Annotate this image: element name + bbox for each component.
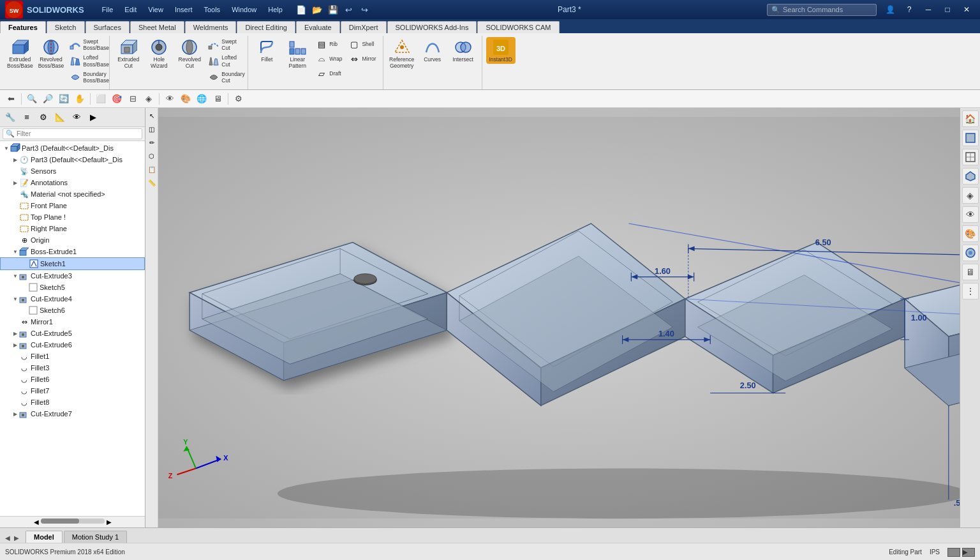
view-more-button[interactable]: ⋮: [962, 283, 979, 299]
select-tool-btn[interactable]: ↖: [147, 110, 156, 121]
section-view-button[interactable]: ⊟: [126, 92, 140, 106]
menu-edit[interactable]: Edit: [119, 4, 142, 15]
rotate-view-button[interactable]: 🔄: [57, 92, 71, 106]
tree-item-mirror1[interactable]: ▶ ⇔ Mirror1: [0, 316, 145, 328]
property-manager-button[interactable]: ≡: [19, 110, 34, 125]
tree-item-history[interactable]: ▶ 🕐 Part3 (Default<<Default>_Dis: [0, 154, 145, 165]
tree-arrow-boss-extrude1[interactable]: ▼: [11, 248, 19, 255]
tab-sketch[interactable]: Sketch: [47, 21, 85, 33]
back-button[interactable]: ⬅: [4, 92, 18, 106]
measure-btn[interactable]: 📏: [146, 178, 158, 188]
tab-evaluate[interactable]: Evaluate: [296, 21, 340, 33]
scroll-left-btn[interactable]: ◀: [34, 518, 39, 526]
tree-arrow-annotations[interactable]: ▶: [11, 179, 19, 186]
sketch-tool-btn[interactable]: ✏: [147, 137, 156, 148]
lofted-cut-button[interactable]: Lofted Cut: [205, 53, 244, 68]
boundary-boss-button[interactable]: Boundary Boss/Base: [67, 70, 105, 85]
standard-views-button[interactable]: ⬜: [94, 92, 108, 106]
view-display-style-button[interactable]: ◈: [962, 187, 979, 204]
zoom-in-button[interactable]: 🔎: [41, 92, 55, 106]
tree-item-cut-extrude3[interactable]: ▼ Cut-Extrude3: [0, 270, 145, 282]
rib-button[interactable]: ▤ Rib: [313, 37, 345, 51]
tree-item-part3[interactable]: ▼ Part3 (Default<<Default>_Dis: [0, 142, 145, 154]
curves-button[interactable]: Curves: [418, 37, 447, 64]
lofted-boss-button[interactable]: Lofted Boss/Base: [67, 53, 105, 68]
shell-button[interactable]: ▢ Shell: [346, 37, 378, 51]
save-button[interactable]: 💾: [326, 3, 340, 17]
menu-insert[interactable]: Insert: [170, 4, 198, 15]
draft-button[interactable]: ▱ Draft: [313, 66, 345, 80]
menu-file[interactable]: File: [97, 4, 119, 15]
reference-geometry-button[interactable]: ReferenceGeometry: [387, 37, 417, 70]
tree-arrow-cut-extrude7[interactable]: ▶: [11, 410, 19, 418]
redo-button[interactable]: ↪: [358, 3, 372, 17]
view-zoom-to-fit-button[interactable]: [962, 149, 979, 165]
tree-arrow-cut-extrude4[interactable]: ▼: [11, 295, 19, 303]
minimize-button[interactable]: ─: [920, 3, 937, 16]
zoom-to-fit-button[interactable]: 🔍: [25, 92, 39, 106]
tab-sheet-metal[interactable]: Sheet Metal: [130, 21, 184, 33]
revolved-boss-button[interactable]: RevolvedBoss/Base: [36, 37, 66, 70]
view-realview-button[interactable]: [962, 245, 979, 261]
tab-solidworks-cam[interactable]: SOLIDWORKS CAM: [477, 21, 559, 33]
undo-button[interactable]: ↩: [342, 3, 356, 17]
pan-button[interactable]: ✋: [73, 92, 87, 106]
record-button[interactable]: [947, 548, 960, 557]
new-file-button[interactable]: 📄: [294, 3, 308, 17]
tree-item-fillet8[interactable]: ▶ ◡ Fillet8: [0, 397, 145, 408]
boundary-cut-button[interactable]: Boundary Cut: [205, 70, 244, 85]
tree-item-sketch6[interactable]: ▶ Sketch6: [0, 305, 145, 316]
tree-item-boss-extrude1[interactable]: ▼ Boss-Extrude1: [0, 246, 145, 257]
tree-arrow-cut-extrude6[interactable]: ▶: [11, 341, 19, 349]
tree-item-fillet1[interactable]: ▶ ◡ Fillet1: [0, 351, 145, 362]
tree-arrow-cut-extrude3[interactable]: ▼: [11, 272, 19, 280]
appearance-button[interactable]: 🎨: [179, 92, 193, 106]
dimxpert-manager-button[interactable]: 📐: [52, 110, 68, 125]
feature-manager-button[interactable]: 🔧: [3, 110, 18, 125]
extruded-cut-button[interactable]: ExtrudedCut: [114, 37, 143, 70]
scroll-right-btn[interactable]: ▶: [107, 518, 112, 526]
tab-surfaces[interactable]: Surfaces: [85, 21, 130, 33]
linear-pattern-button[interactable]: LinearPattern: [283, 37, 312, 70]
view-hide-show-button[interactable]: 👁: [962, 206, 979, 223]
restore-button[interactable]: □: [939, 3, 956, 16]
tab-motion-study[interactable]: Motion Study 1: [64, 531, 127, 543]
help-button[interactable]: ?: [901, 3, 917, 16]
search-input[interactable]: [783, 6, 872, 13]
tab-weldments[interactable]: Weldments: [185, 21, 237, 33]
filter-input[interactable]: [17, 130, 139, 137]
tree-item-sensors[interactable]: ▶ 📡 Sensors: [0, 165, 145, 177]
tree-item-cut-extrude6[interactable]: ▶ Cut-Extrude6: [0, 339, 145, 351]
more-btn[interactable]: ▶: [85, 110, 101, 125]
menu-help[interactable]: Help: [263, 4, 288, 15]
smart-dimension-btn[interactable]: ◫: [147, 124, 156, 135]
tree-item-right-plane[interactable]: ▶ Right Plane: [0, 223, 145, 234]
tree-item-annotations[interactable]: ▶ 📝 Annotations: [0, 177, 145, 188]
menu-view[interactable]: View: [143, 4, 168, 15]
revolved-cut-button[interactable]: RevolvedCut: [175, 37, 204, 70]
tree-item-top-plane[interactable]: ▶ Top Plane !: [0, 211, 145, 223]
tree-item-sketch5[interactable]: ▶ Sketch5: [0, 282, 145, 293]
playback-button[interactable]: ▶: [962, 548, 975, 557]
tab-dimxpert[interactable]: DimXpert: [341, 21, 387, 33]
view-front-button[interactable]: [962, 130, 979, 146]
view-orient-button[interactable]: 🎯: [110, 92, 124, 106]
close-button[interactable]: ✕: [958, 3, 975, 16]
configuration-manager-button[interactable]: ⚙: [36, 110, 51, 125]
open-file-button[interactable]: 📂: [310, 3, 324, 17]
display-style-button[interactable]: ◈: [142, 92, 156, 106]
tree-item-origin[interactable]: ▶ ⊕ Origin: [0, 234, 145, 246]
intersect-button[interactable]: Intersect: [449, 37, 478, 64]
view-appearance-button[interactable]: 🎨: [962, 225, 979, 242]
tree-item-sketch1[interactable]: ▶ Sketch1: [0, 257, 145, 270]
tree-item-cut-extrude4[interactable]: ▼ Cut-Extrude4: [0, 293, 145, 305]
display-manager-button[interactable]: 🖥: [211, 92, 225, 106]
options-button[interactable]: ⚙: [232, 92, 246, 106]
tab-prev-btn[interactable]: ◀: [4, 533, 11, 543]
fillet-button[interactable]: Fillet: [252, 37, 281, 64]
viewport[interactable]: 1.60 6.50 1.: [158, 108, 980, 527]
tab-direct-editing[interactable]: Direct Editing: [237, 21, 295, 33]
swept-boss-button[interactable]: Swept Boss/Base: [67, 37, 105, 52]
tree-item-fillet3[interactable]: ▶ ◡ Fillet3: [0, 362, 145, 374]
menu-tools[interactable]: Tools: [198, 4, 225, 15]
